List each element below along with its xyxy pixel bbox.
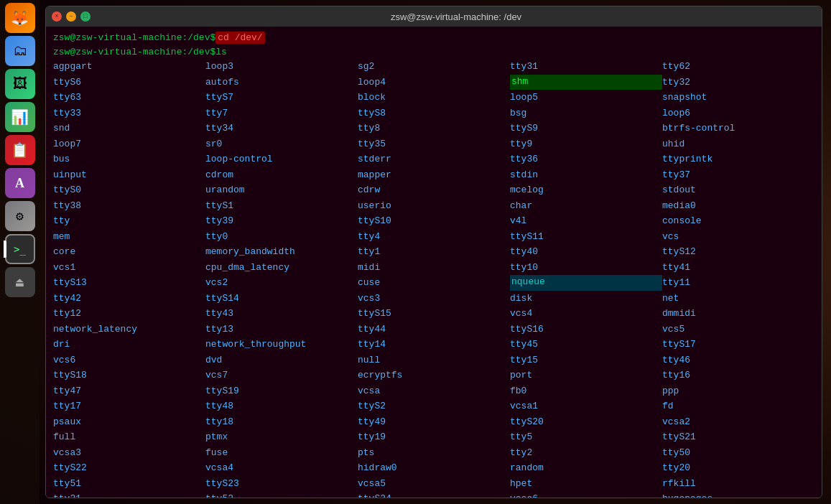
ls-item: tty11 [662,275,814,291]
close-button[interactable]: × [52,11,62,22]
ls-item: autofs [205,75,358,90]
ls-item: v4l [510,213,662,229]
ls-item: tty38 [53,198,205,214]
ls-item: loop7 [53,136,205,152]
ls-item: fb0 [510,383,662,399]
ls-item: tty31 [510,59,662,75]
ls-item: vcsa3 [53,445,205,461]
ls-item: agpgart [53,59,205,75]
ls-item: userio [358,198,510,214]
ls-item: ttyS1 [205,198,358,214]
window-title: zsw@zsw-virtual-machine: /dev [96,11,816,22]
ls-item: char [510,198,662,214]
ls-item: network_latency [53,322,205,337]
ls-item: tty42 [53,291,205,307]
ls-item: vcsa1 [510,398,662,414]
taskbar-icon-settings[interactable]: ⚙ [5,201,35,231]
ls-item: vcs2 [205,275,358,291]
ls-item: stderr [358,151,510,167]
ls-item: tty7 [205,106,358,121]
ls-item: cdrw [358,182,510,198]
ls-item: rfkill [662,476,814,492]
taskbar-icon-firefox[interactable]: 🦊 [5,3,35,33]
ls-item: vcs3 [358,291,510,307]
ls-item: mem [53,229,205,245]
taskbar-icon-photos[interactable]: 🖼 [5,69,35,99]
ls-item: tty51 [53,476,205,492]
ls-item: hugepages [662,491,814,498]
ls-item: port [510,368,662,383]
ls-item: ppp [662,383,814,399]
ls-item: ttyS7 [205,90,358,106]
ls-item: console [662,213,814,229]
taskbar-icon-usb[interactable]: ⏏ [5,267,35,297]
ls-item: vcsa4 [205,460,358,476]
ls-item: uinput [53,167,205,183]
ls-item: tty18 [205,414,358,430]
ls-item: sr0 [205,136,358,152]
ls-item: cdrom [205,167,358,183]
ls-item: tty45 [510,337,662,353]
ls-item: tty [53,213,205,229]
ls-item: ttyS11 [510,229,662,245]
taskbar-icon-terminal[interactable]: >_ [5,234,35,264]
ls-item: stdout [662,182,814,198]
ls-item: ttyS0 [53,182,205,198]
ls-item: snapshot [662,90,814,106]
terminal-body[interactable]: zsw@zsw-virtual-machine:/dev$ cd /dev/ z… [46,27,822,498]
ls-item: ttyS17 [662,337,814,353]
ls-item: ttyS14 [205,291,358,307]
ls-item: vcs4 [510,306,662,322]
ls-item: tty33 [53,106,205,121]
ls-item: tty44 [358,322,510,337]
ls-item: net [662,291,814,307]
ls-output: agpgartloop3sg2tty31tty62ttyS6autofsloop… [53,59,814,498]
ls-item: vcsa2 [662,414,814,430]
taskbar-icon-font[interactable]: A [5,168,35,198]
ls-item: tty46 [662,353,814,368]
ls-item: loop5 [510,90,662,106]
ls-item: vcs5 [662,322,814,337]
ls-item: random [510,460,662,476]
ls-item: fuse [205,445,358,461]
ls-item: dri [53,337,205,353]
ls-item: tty49 [358,414,510,430]
prompt-1: zsw@zsw-virtual-machine:/dev$ [53,31,215,45]
ls-item: pts [358,445,510,461]
ls-item: cpu_dma_latency [205,260,358,276]
taskbar-icon-files[interactable]: 🗂 [5,36,35,66]
ls-item: tty0 [205,229,358,245]
ls-item: uhid [662,136,814,152]
ls-item: ttyS13 [53,275,205,291]
maximize-button[interactable]: □ [80,11,90,22]
ls-item: vcsa5 [358,476,510,492]
terminal-container: × − □ zsw@zsw-virtual-machine: /dev zsw@… [40,0,831,504]
ls-item: tty19 [358,429,510,445]
ls-item: ttyS15 [358,306,510,322]
ls-item: vcs [662,229,814,245]
ls-item: ttyS10 [358,213,510,229]
ls-item: core [53,244,205,260]
ls-item: ttyS24 [358,491,510,498]
ls-item: media0 [662,198,814,214]
ls-item: snd [53,121,205,136]
taskbar: 🦊 🗂 🖼 📊 📋 A ⚙ >_ ⏏ [0,0,40,504]
ls-item: tty62 [662,59,814,75]
taskbar-icon-impress[interactable]: 📋 [5,135,35,165]
ls-item: tty2 [510,445,662,461]
ls-item: ttyS2 [358,398,510,414]
ls-item: tty52 [205,491,358,498]
ls-item: disk [510,291,662,307]
ls-item: mcelog [510,182,662,198]
ls-item: ttyS20 [510,414,662,430]
ls-item: tty37 [662,167,814,183]
ls-item: mapper [358,167,510,183]
taskbar-icon-calc[interactable]: 📊 [5,102,35,132]
ls-item: tty16 [662,368,814,383]
ls-item: tty41 [662,260,814,276]
ls-item: ttyS12 [662,244,814,260]
ls-item: null [358,353,510,368]
ls-item: memory_bandwidth [205,244,358,260]
minimize-button[interactable]: − [66,11,76,22]
title-bar-buttons: × − □ [52,11,90,22]
